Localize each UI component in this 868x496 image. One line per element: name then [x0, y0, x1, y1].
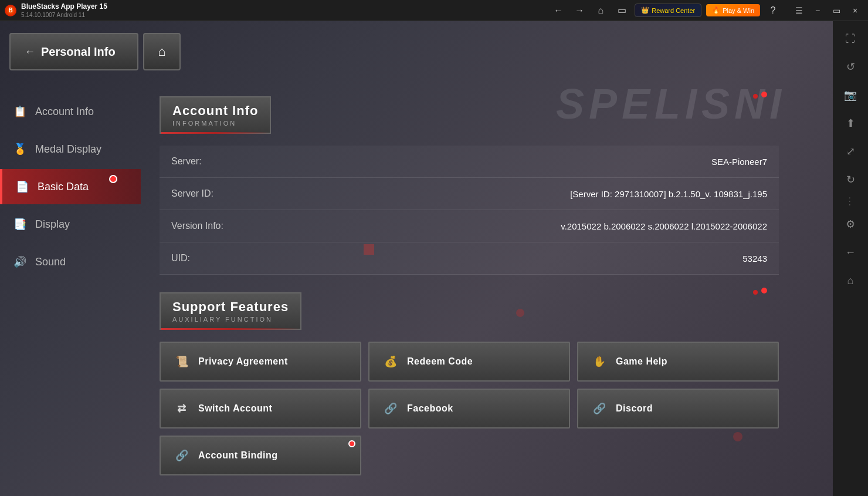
help-icon[interactable]: ?: [765, 2, 781, 19]
right-expand-icon[interactable]: ⛶: [838, 26, 863, 52]
uid-value: 53243: [277, 242, 779, 275]
discord-label: Discord: [616, 403, 653, 414]
sidebar-sound-label: Sound: [35, 256, 66, 268]
sidebar-medal-display-label: Medal Display: [35, 143, 101, 156]
support-dot-2: [753, 290, 758, 295]
account-info-title-box: Account Info INFORMATION: [160, 96, 271, 134]
right-gear-icon[interactable]: ⚙: [838, 211, 863, 237]
app-title-area: BlueStacks App Player 15 5.14.10.1007 An…: [21, 2, 107, 19]
version-info-row: Version Info: v.2015022 b.2006022 s.2006…: [160, 210, 779, 242]
server-id-label: Server ID:: [160, 178, 277, 210]
switch-account-button[interactable]: ⇄ Switch Account: [160, 389, 361, 428]
redeem-code-label: Redeem Code: [407, 356, 473, 367]
home-icon: ⌂: [158, 44, 165, 59]
copy-nav-icon[interactable]: ▭: [613, 2, 630, 19]
right-rotate-icon[interactable]: ↺: [838, 54, 863, 80]
back-arrow-icon: ←: [25, 46, 35, 58]
right-home-icon[interactable]: ⌂: [838, 268, 863, 293]
play-win-button[interactable]: 🔥 Play & Win: [706, 4, 760, 16]
back-button-label: Personal Info: [41, 45, 116, 59]
app-name: BlueStacks App Player 15: [21, 2, 107, 11]
privacy-agreement-icon: 📜: [172, 352, 191, 371]
reward-center-button[interactable]: 👑 Reward Center: [635, 4, 701, 17]
home-nav-icon[interactable]: ⌂: [592, 2, 609, 19]
privacy-agreement-button[interactable]: 📜 Privacy Agreement: [160, 342, 361, 382]
support-features-section: Support Features AUXILIARY FUNCTION 📜 Pr…: [160, 292, 779, 475]
basic-data-icon: 📄: [14, 178, 30, 195]
redeem-code-button[interactable]: 💰 Redeem Code: [368, 342, 570, 382]
hamburger-icon[interactable]: ☰: [791, 2, 807, 19]
right-camera-icon[interactable]: 📷: [838, 82, 863, 108]
switch-account-label: Switch Account: [198, 403, 272, 414]
game-help-label: Game Help: [616, 356, 667, 367]
header-bar: ← Personal Info ⌂: [0, 21, 833, 82]
sidebar: 📋 Account Info 🏅 Medal Display 📄 Basic D…: [0, 82, 141, 496]
server-value: SEA-Pioneer7: [277, 146, 779, 178]
discord-button[interactable]: 🔗 Discord: [577, 389, 779, 428]
right-refresh-icon[interactable]: ↻: [838, 167, 863, 193]
sidebar-item-display[interactable]: 📑 Display: [0, 207, 141, 242]
back-button[interactable]: ← Personal Info: [9, 33, 138, 70]
server-row: Server: SEA-Pioneer7: [160, 146, 779, 178]
support-dot-1: [761, 288, 767, 293]
forward-nav-icon[interactable]: →: [571, 2, 588, 19]
home-button[interactable]: ⌂: [143, 33, 181, 70]
uid-row: UID: 53243: [160, 242, 779, 275]
window-controls: ☰ − ▭ ×: [791, 2, 863, 19]
close-button[interactable]: ×: [847, 2, 863, 19]
back-nav-icon[interactable]: ←: [550, 2, 567, 19]
support-features-title: Support Features: [172, 299, 289, 315]
facebook-label: Facebook: [407, 403, 453, 414]
play-icon: 🔥: [712, 6, 720, 14]
content-panel: Account Info INFORMATION Server: SEA-Pio…: [141, 82, 798, 496]
section-line: [161, 132, 270, 134]
right-sidebar-more[interactable]: ···: [846, 197, 855, 207]
switch-account-icon: ⇄: [172, 399, 191, 418]
redeem-code-icon: 💰: [381, 352, 400, 371]
app-version: 5.14.10.1007 Android 11: [21, 12, 85, 18]
restore-button[interactable]: ▭: [828, 2, 845, 19]
right-upload-icon[interactable]: ⬆: [838, 110, 863, 136]
minimize-button[interactable]: −: [809, 2, 826, 19]
right-resize-icon[interactable]: ⤢: [838, 139, 863, 164]
uid-label: UID:: [160, 242, 277, 275]
game-help-button[interactable]: ✋ Game Help: [577, 342, 779, 382]
support-features-section-header: Support Features AUXILIARY FUNCTION: [160, 292, 779, 330]
version-info-label: Version Info:: [160, 210, 277, 242]
server-id-row: Server ID: [Server ID: 2971310007] b.2.1…: [160, 178, 779, 210]
server-id-value: [Server ID: 2971310007] b.2.1.50_v. 1098…: [277, 178, 779, 210]
account-info-section-header: Account Info INFORMATION: [160, 96, 779, 134]
right-arrow-left-icon[interactable]: ←: [838, 239, 863, 265]
sidebar-display-label: Display: [35, 218, 70, 231]
basic-data-notification-dot: [109, 175, 117, 183]
facebook-button[interactable]: 🔗 Facebook: [368, 389, 570, 428]
server-label: Server:: [160, 146, 277, 178]
app-logo: B: [5, 5, 16, 16]
section-dot-1: [761, 92, 767, 97]
account-info-subtitle: INFORMATION: [172, 120, 258, 127]
sidebar-basic-data-label: Basic Data: [38, 181, 89, 193]
account-binding-icon: 🔗: [172, 446, 191, 465]
facebook-icon: 🔗: [381, 399, 400, 418]
sound-icon: 🔊: [12, 254, 28, 270]
support-features-subtitle: AUXILIARY FUNCTION: [172, 316, 289, 323]
account-binding-notification: [348, 440, 355, 447]
support-section-line: [161, 328, 300, 330]
right-sidebar: ⛶ ↺ 📷 ⬆ ⤢ ↻ ··· ⚙ ← ⌂: [833, 21, 868, 496]
account-info-icon: 📋: [12, 103, 28, 120]
sidebar-item-sound[interactable]: 🔊 Sound: [0, 244, 141, 279]
account-binding-button[interactable]: 🔗 Account Binding: [160, 436, 361, 475]
account-info-table: Server: SEA-Pioneer7 Server ID: [Server …: [160, 146, 779, 275]
play-win-label: Play & Win: [723, 7, 754, 14]
account-binding-label: Account Binding: [198, 450, 277, 461]
sidebar-item-medal-display[interactable]: 🏅 Medal Display: [0, 131, 141, 167]
privacy-agreement-label: Privacy Agreement: [198, 356, 288, 367]
account-info-title: Account Info: [172, 103, 258, 119]
version-info-value: v.2015022 b.2006022 s.2006022 l.2015022-…: [277, 210, 779, 242]
title-controls: ← → ⌂ ▭ 👑 Reward Center 🔥 Play & Win ? ☰…: [550, 2, 863, 19]
sidebar-item-account-info[interactable]: 📋 Account Info: [0, 94, 141, 129]
medal-display-icon: 🏅: [12, 141, 28, 157]
support-features-title-box: Support Features AUXILIARY FUNCTION: [160, 292, 301, 330]
sidebar-item-basic-data[interactable]: 📄 Basic Data: [0, 169, 141, 204]
sidebar-account-info-label: Account Info: [35, 106, 94, 118]
